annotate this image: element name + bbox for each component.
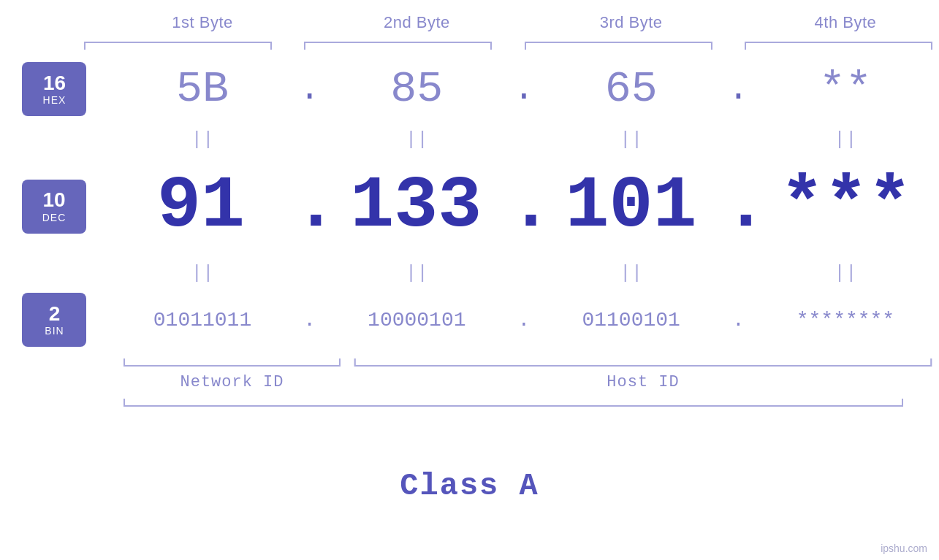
dot-bin-1: .	[303, 309, 316, 331]
watermark: ipshu.com	[881, 542, 927, 554]
bin-byte1: 01011011	[153, 309, 251, 331]
dot-bin-2: .	[518, 309, 531, 331]
dec-byte4: ***	[780, 165, 912, 248]
host-id-label: Host ID	[347, 373, 939, 391]
hex-byte4: **	[819, 64, 872, 114]
bin-badge: 2 BIN	[22, 293, 86, 347]
host-id-bracket	[347, 356, 939, 372]
equals-1-byte1: ||	[109, 129, 296, 150]
bracket-byte4	[738, 37, 939, 53]
bin-byte4: ********	[797, 309, 894, 331]
byte4-header: 4th Byte	[752, 13, 939, 32]
equals-1-byte2: ||	[323, 129, 510, 150]
dec-byte3: 101	[566, 165, 697, 248]
dec-byte1: 91	[157, 165, 245, 248]
bracket-byte2	[297, 37, 498, 53]
hex-byte1: 5B	[176, 64, 229, 114]
byte2-header: 2nd Byte	[323, 13, 510, 32]
network-id-bracket	[117, 356, 347, 372]
main-bottom-bracket	[117, 396, 910, 412]
equals-1-byte3: ||	[538, 129, 725, 150]
equals-2-byte2: ||	[323, 262, 510, 284]
byte1-header: 1st Byte	[109, 13, 296, 32]
dec-badge: 10 DEC	[22, 180, 86, 234]
hex-byte2: 85	[390, 64, 443, 114]
bin-byte2: 10000101	[368, 309, 465, 331]
dot-hex-1: .	[299, 69, 320, 109]
network-id-label: Network ID	[117, 373, 347, 391]
dot-hex-2: .	[514, 69, 535, 109]
equals-1-byte4: ||	[752, 129, 939, 150]
main-layout: 1st Byte 2nd Byte 3rd Byte 4th Byte	[0, 0, 939, 560]
byte3-header: 3rd Byte	[538, 13, 725, 32]
dot-hex-3: .	[728, 69, 749, 109]
bin-byte3: 01100101	[582, 309, 680, 331]
equals-2-byte4: ||	[752, 262, 939, 284]
hex-byte3: 65	[605, 64, 658, 114]
hex-badge: 16 HEX	[22, 62, 86, 116]
bracket-byte3	[518, 37, 719, 53]
dot-bin-3: .	[732, 309, 745, 331]
class-label: Class A	[400, 469, 539, 504]
equals-2-byte1: ||	[109, 262, 296, 284]
equals-2-byte3: ||	[538, 262, 725, 284]
dec-byte2: 133	[350, 165, 482, 248]
bracket-byte1	[77, 37, 278, 53]
